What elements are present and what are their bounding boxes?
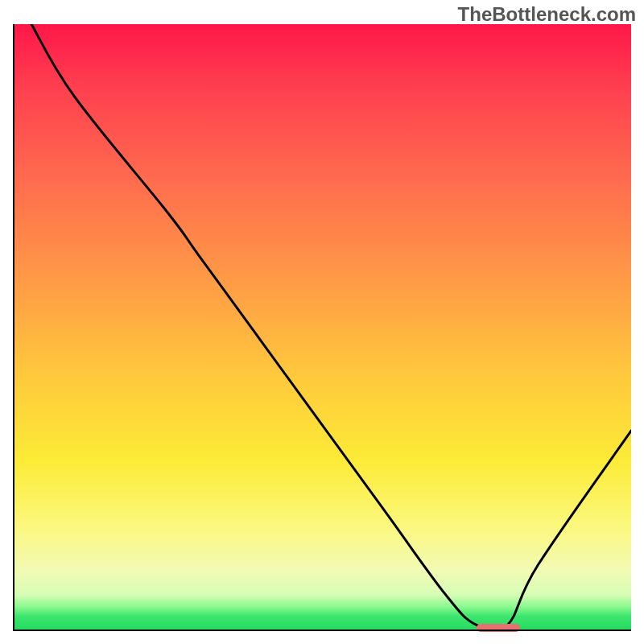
axis-x [13,630,631,631]
axis-y [13,24,14,631]
watermark-text: TheBottleneck.com [458,3,636,26]
chart-canvas: TheBottleneck.com [0,0,644,644]
bottleneck-curve [13,24,631,631]
